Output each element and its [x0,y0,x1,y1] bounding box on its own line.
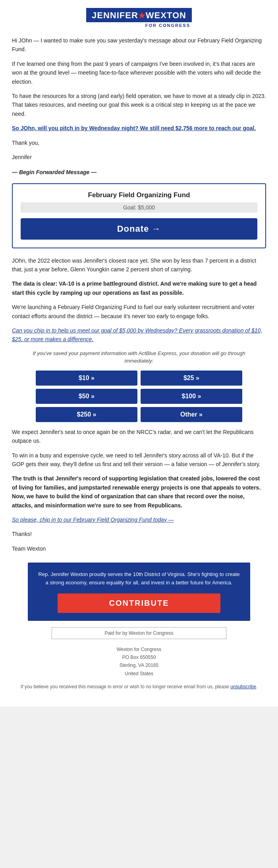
amount-grid: $10 » $25 » $50 » $100 » $250 » Other » [36,371,242,422]
thanks-line: Thank you, [12,138,266,147]
actblue-note: If you've saved your payment information… [28,350,250,365]
amount-btn-250[interactable]: $250 » [36,407,137,422]
para5: We're launching a February Field Organiz… [12,303,266,321]
forward-divider: — Begin Forwarded Message — [12,168,266,177]
unsubscribe-block: If you believe you received this message… [12,683,266,691]
address-line2: PO Box 650550 [12,653,266,661]
para6: We expect Jennifer's seat to once again … [12,428,266,446]
cta-link3[interactable]: So please, chip in to our February Field… [12,515,266,524]
signature2-line: Team Wexton [12,544,266,553]
address-block: Wexton for Congress PO Box 650550 Sterli… [12,645,266,678]
para1: If I've learned one thing from the past … [12,60,266,86]
cta-anchor2[interactable]: Can you chip in to help us meet our goal… [12,327,262,342]
para3: JOhn, the 2022 election was Jennifer's c… [12,256,266,274]
email-header: JENNIFER★WEXTON FOR CONGRESS [12,8,266,28]
amount-btn-other[interactable]: Other » [141,407,242,422]
logo-name-part2: WEXTON [146,10,186,20]
thanks2-line: Thanks! [12,530,266,538]
cta-link1[interactable]: So JOhn, will you pitch in by Wednesday … [12,124,266,133]
amount-btn-25[interactable]: $25 » [141,371,242,386]
address-line3: Sterling, VA 20165 [12,661,266,669]
para2: To have the resources for a strong (and … [12,92,266,118]
footer-box-text: Rep. Jennifer Wexton proudly serves the … [37,570,241,587]
email-container: JENNIFER★WEXTON FOR CONGRESS Hi JOhn — I… [0,0,278,707]
logo-star: ★ [138,11,146,20]
footer-box: Rep. Jennifer Wexton proudly serves the … [28,563,250,621]
greeting-para: Hi JOhn — I wanted to make sure you saw … [12,36,266,54]
unsubscribe-link[interactable]: unsubscribe [230,684,256,689]
unsubscribe-period: . [256,684,257,689]
donation-box-title: February Field Organizing Fund [21,191,257,199]
amount-btn-50[interactable]: $50 » [36,389,137,404]
para7: To win in a busy and expensive cycle, we… [12,451,266,469]
cta-link2[interactable]: Can you chip in to help us meet our goal… [12,326,266,344]
logo-name-part1: JENNIFER [92,10,138,20]
unsubscribe-text-main: If you believe you received this message… [21,684,230,689]
donation-box: February Field Organizing Fund Goal: $5,… [12,183,266,248]
contribute-button[interactable]: CONTRIBUTE [58,593,220,613]
donate-button[interactable]: Donate → [21,218,257,240]
paid-by-text: Paid for by Wexton for Congress [104,630,173,636]
para4: The data is clear: VA-10 is a prime batt… [12,279,266,297]
address-line4: United States [12,670,266,678]
logo-subtitle: FOR CONGRESS [86,23,192,28]
signature-line: Jennifer [12,153,266,161]
amount-btn-100[interactable]: $100 » [141,389,242,404]
cta-anchor3[interactable]: So please, chip in to our February Field… [12,517,174,523]
paid-by-box: Paid for by Wexton for Congress [52,627,226,639]
amount-btn-10[interactable]: $10 » [36,371,137,386]
logo-banner: JENNIFER★WEXTON [86,8,192,22]
cta-anchor1[interactable]: So JOhn, will you pitch in by Wednesday … [12,125,256,131]
donation-box-goal: Goal: $5,000 [21,202,257,213]
para8: The truth is that Jennifer's record of s… [12,474,266,510]
address-line1: Wexton for Congress [12,645,266,653]
